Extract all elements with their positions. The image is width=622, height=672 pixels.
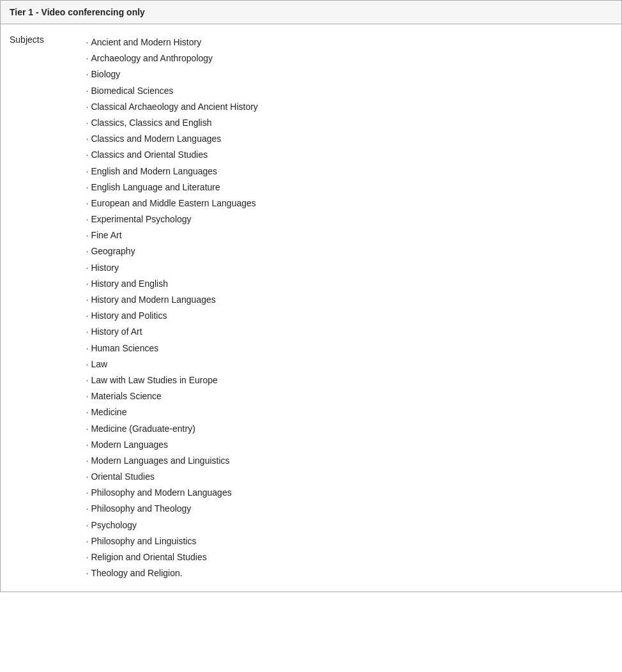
list-item: ·History of Art — [86, 324, 613, 340]
list-item: ·Classics and Oriental Studies — [86, 147, 613, 163]
header-cell: Tier 1 - Video conferencing only — [1, 1, 622, 24]
list-item: ·Human Sciences — [86, 340, 613, 356]
list-item: ·Oriental Studies — [86, 469, 613, 485]
list-item: ·Medicine — [86, 404, 613, 420]
list-item: ·Law — [86, 356, 613, 372]
list-item: ·Biomedical Sciences — [86, 83, 613, 99]
bullet-icon: · — [86, 520, 89, 530]
bullet-icon: · — [86, 198, 89, 208]
bullet-icon: · — [86, 326, 89, 337]
list-item: ·Modern Languages and Linguistics — [86, 453, 613, 469]
list-item: ·Experimental Psychology — [86, 211, 613, 227]
list-item: ·Law with Law Studies in Europe — [86, 372, 613, 388]
list-item: ·Fine Art — [86, 227, 613, 243]
list-item: ·History — [86, 260, 613, 276]
bullet-icon: · — [86, 536, 89, 546]
bullet-icon: · — [86, 134, 89, 144]
bullet-icon: · — [86, 343, 89, 353]
bullet-icon: · — [86, 263, 89, 273]
bullet-icon: · — [86, 424, 89, 434]
list-item: ·English and Modern Languages — [86, 164, 613, 179]
bullet-icon: · — [86, 439, 89, 450]
list-item: ·Biology — [86, 66, 613, 82]
list-item: ·Medicine (Graduate-entry) — [86, 421, 613, 437]
subjects-label: Subjects — [10, 34, 44, 45]
bullet-icon: · — [86, 375, 89, 385]
subjects-label-cell: Subjects — [1, 24, 77, 592]
list-item: ·Philosophy and Linguistics — [86, 533, 613, 549]
bullet-icon: · — [86, 310, 89, 321]
header-row: Tier 1 - Video conferencing only — [1, 1, 622, 24]
bullet-icon: · — [86, 279, 89, 289]
bullet-icon: · — [86, 294, 89, 305]
bullet-icon: · — [86, 166, 89, 176]
header-title: Tier 1 - Video conferencing only — [10, 7, 145, 17]
list-item: ·Archaeology and Anthropology — [86, 50, 613, 66]
bullet-icon: · — [86, 37, 89, 47]
list-item: ·Classics, Classics and English — [86, 115, 613, 131]
bullet-icon: · — [86, 391, 89, 401]
list-item: ·Materials Science — [86, 388, 613, 404]
bullet-icon: · — [86, 214, 89, 224]
list-item: ·Geography — [86, 243, 613, 259]
list-item: ·Philosophy and Theology — [86, 501, 613, 517]
list-item: ·Classics and Modern Languages — [86, 131, 613, 147]
bullet-icon: · — [86, 407, 89, 417]
list-item: ·Ancient and Modern History — [86, 34, 613, 50]
list-item: ·Philosophy and Modern Languages — [86, 485, 613, 501]
bullet-icon: · — [86, 246, 89, 256]
bullet-icon: · — [86, 118, 89, 128]
list-item: ·Modern Languages — [86, 437, 613, 453]
list-item: ·Religion and Oriental Studies — [86, 549, 613, 565]
list-item: ·English Language and Literature — [86, 179, 613, 195]
bullet-icon: · — [86, 182, 89, 192]
bullet-icon: · — [86, 86, 89, 96]
list-item: ·Psychology — [86, 517, 613, 533]
list-item: ·Theology and Religion. — [86, 565, 613, 581]
list-item: ·History and Politics — [86, 308, 613, 324]
bullet-icon: · — [86, 102, 89, 112]
main-table: Tier 1 - Video conferencing only Subject… — [0, 0, 622, 592]
bullet-icon: · — [86, 487, 89, 498]
list-item: ·History and English — [86, 276, 613, 292]
list-item: ·Classical Archaeology and Ancient Histo… — [86, 99, 613, 115]
bullet-icon: · — [86, 69, 89, 79]
list-item: ·European and Middle Eastern Languages — [86, 195, 613, 211]
bullet-icon: · — [86, 471, 89, 482]
bullet-icon: · — [86, 503, 89, 514]
bullet-icon: · — [86, 359, 89, 369]
bullet-icon: · — [86, 552, 89, 562]
bullet-icon: · — [86, 568, 89, 578]
subjects-list-cell: ·Ancient and Modern History·Archaeology … — [77, 24, 622, 592]
list-item: ·History and Modern Languages — [86, 292, 613, 308]
bullet-icon: · — [86, 53, 89, 63]
bullet-icon: · — [86, 455, 89, 466]
content-row: Subjects ·Ancient and Modern History·Arc… — [1, 24, 622, 592]
bullet-icon: · — [86, 230, 89, 240]
bullet-icon: · — [86, 149, 89, 160]
